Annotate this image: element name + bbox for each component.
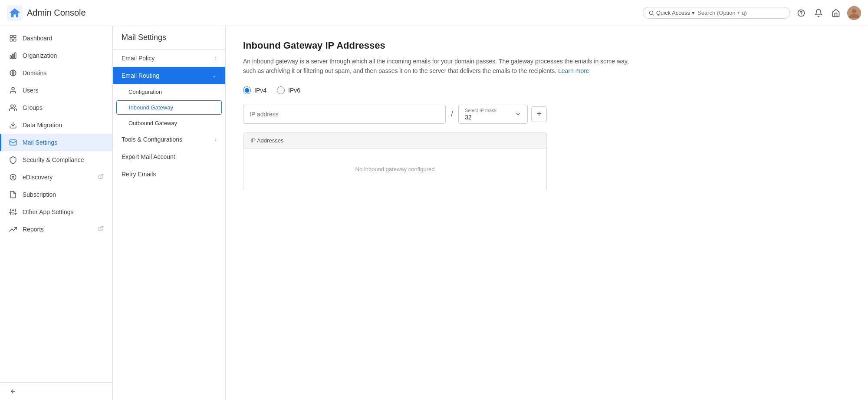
sidebar-item-organization[interactable]: Organization bbox=[0, 47, 112, 64]
sidebar-item-data-migration[interactable]: Data Migration bbox=[0, 116, 112, 134]
ipv6-radio-input[interactable] bbox=[277, 86, 285, 94]
sec-nav-label-retry-emails: Retry Emails bbox=[122, 171, 156, 178]
ipv4-radio-input[interactable] bbox=[243, 86, 251, 94]
chevron-down-icon bbox=[515, 111, 521, 117]
home-nav-icon-btn[interactable] bbox=[830, 7, 842, 19]
chevron-right-icon-email-policy: › bbox=[215, 55, 217, 61]
sidebar-label-subscription: Subscription bbox=[23, 191, 104, 198]
search-input[interactable] bbox=[697, 10, 784, 16]
ip-table-empty-message: No inbound gateway configured bbox=[243, 149, 546, 190]
grid-icon bbox=[9, 34, 17, 43]
search-icon bbox=[648, 10, 654, 16]
sliders-icon bbox=[9, 208, 17, 216]
main-layout: Dashboard Organization Domains bbox=[0, 26, 868, 400]
help-icon-btn[interactable] bbox=[795, 7, 807, 19]
svg-line-30 bbox=[100, 227, 103, 229]
trending-up-icon bbox=[9, 225, 17, 234]
help-icon bbox=[797, 9, 806, 17]
page-description: An inbound gateway is a server through w… bbox=[243, 56, 634, 76]
avatar-image bbox=[847, 6, 861, 20]
external-icon-reports bbox=[98, 226, 104, 233]
sec-nav-configuration[interactable]: Configuration bbox=[113, 84, 225, 99]
sidebar-item-subscription[interactable]: Subscription bbox=[0, 186, 112, 203]
sidebar-label-ediscovery: eDiscovery bbox=[23, 174, 93, 181]
sidebar-item-groups[interactable]: Groups bbox=[0, 99, 112, 116]
ip-table-header: IP Addresses bbox=[243, 133, 546, 149]
sidebar-label-organization: Organization bbox=[23, 52, 104, 59]
sidebar-label-dashboard: Dashboard bbox=[23, 35, 104, 42]
sec-nav-tools-configurations[interactable]: Tools & Configurations › bbox=[113, 131, 225, 148]
ip-addresses-table: IP Addresses No inbound gateway configur… bbox=[243, 132, 547, 190]
ip-mask-dropdown[interactable]: Select IP mask 32 bbox=[458, 105, 528, 124]
sidebar-label-users: Users bbox=[23, 87, 104, 94]
sidebar-label-domains: Domains bbox=[23, 69, 104, 76]
ipv6-radio-option[interactable]: IPv6 bbox=[277, 86, 300, 94]
svg-point-15 bbox=[11, 105, 13, 107]
quick-access-btn[interactable]: Quick Access ▾ bbox=[648, 10, 695, 16]
sec-nav-label-inbound-gateway: Inbound Gateway bbox=[129, 104, 173, 111]
svg-point-3 bbox=[801, 14, 802, 15]
avatar[interactable] bbox=[847, 6, 861, 20]
house-icon bbox=[832, 9, 840, 17]
svg-rect-10 bbox=[10, 56, 11, 59]
sidebar-label-reports: Reports bbox=[23, 226, 93, 233]
sec-nav-email-routing[interactable]: Email Routing ⌄ bbox=[113, 67, 225, 84]
shield-icon bbox=[9, 155, 17, 164]
sec-nav-label-outbound-gateway: Outbound Gateway bbox=[128, 120, 177, 126]
sidebar-item-security-compliance[interactable]: Security & Compliance bbox=[0, 151, 112, 169]
svg-rect-7 bbox=[14, 35, 16, 37]
users-icon bbox=[9, 103, 17, 112]
sec-nav-email-policy[interactable]: Email Policy › bbox=[113, 50, 225, 67]
file-icon bbox=[9, 190, 17, 199]
globe-icon bbox=[9, 69, 17, 77]
chevron-right-icon-tools: › bbox=[215, 136, 217, 142]
sidebar-label-mail-settings: Mail Settings bbox=[23, 139, 104, 146]
svg-point-5 bbox=[852, 9, 856, 13]
bar-chart-icon bbox=[9, 51, 17, 60]
ip-mask-label-text: Select IP mask 32 bbox=[465, 108, 496, 121]
sidebar-item-reports[interactable]: Reports bbox=[0, 221, 112, 238]
slash-divider: / bbox=[449, 109, 455, 119]
ip-mask-hint: Select IP mask bbox=[465, 108, 496, 113]
svg-rect-11 bbox=[13, 54, 14, 59]
main-content: Inbound Gateway IP Addresses An inbound … bbox=[226, 26, 868, 400]
sec-nav-label-email-routing: Email Routing bbox=[122, 72, 159, 79]
ipv4-radio-option[interactable]: IPv4 bbox=[243, 86, 266, 94]
ip-input-row: / Select IP mask 32 + bbox=[243, 105, 547, 124]
sec-nav-label-configuration: Configuration bbox=[128, 89, 162, 95]
chevron-down-icon-email-routing: ⌄ bbox=[212, 73, 217, 79]
sidebar-item-other-app-settings[interactable]: Other App Settings bbox=[0, 203, 112, 221]
logo-area: Admin Console bbox=[7, 5, 120, 21]
search-bar-container[interactable]: Quick Access ▾ bbox=[643, 7, 790, 19]
svg-point-14 bbox=[12, 87, 14, 90]
top-header: Admin Console Quick Access ▾ bbox=[0, 0, 868, 26]
bell-icon bbox=[814, 9, 823, 17]
add-ip-button[interactable]: + bbox=[531, 106, 547, 122]
sec-nav-outbound-gateway[interactable]: Outbound Gateway bbox=[113, 116, 225, 131]
ip-address-input[interactable] bbox=[243, 105, 446, 124]
sidebar-label-security-compliance: Security & Compliance bbox=[23, 156, 104, 163]
collapse-sidebar-btn[interactable] bbox=[9, 388, 104, 395]
disc-icon bbox=[9, 173, 17, 182]
svg-point-19 bbox=[12, 176, 14, 179]
sec-nav-label-tools-configurations: Tools & Configurations bbox=[122, 136, 182, 143]
learn-more-link[interactable]: Learn more bbox=[558, 67, 589, 74]
download-icon bbox=[9, 121, 17, 129]
notification-icon-btn[interactable] bbox=[812, 7, 825, 19]
svg-rect-8 bbox=[10, 39, 12, 41]
sidebar-label-groups: Groups bbox=[23, 104, 104, 111]
sidebar-item-ediscovery[interactable]: eDiscovery bbox=[0, 169, 112, 186]
ip-mask-value: 32 bbox=[465, 114, 496, 121]
sec-nav-inbound-gateway[interactable]: Inbound Gateway bbox=[116, 100, 222, 115]
sidebar-item-mail-settings[interactable]: Mail Settings bbox=[0, 134, 112, 151]
sec-nav-export-mail-account[interactable]: Export Mail Account bbox=[113, 148, 225, 165]
external-icon-ediscovery bbox=[98, 174, 104, 181]
sidebar-item-domains[interactable]: Domains bbox=[0, 64, 112, 82]
sidebar-bottom bbox=[0, 382, 112, 400]
sidebar-label-other-app-settings: Other App Settings bbox=[23, 208, 104, 215]
sidebar-item-users[interactable]: Users bbox=[0, 82, 112, 99]
secondary-nav-title: Mail Settings bbox=[113, 26, 225, 50]
sec-nav-retry-emails[interactable]: Retry Emails bbox=[113, 165, 225, 183]
collapse-icon bbox=[9, 388, 16, 395]
sidebar-item-dashboard[interactable]: Dashboard bbox=[0, 30, 112, 47]
